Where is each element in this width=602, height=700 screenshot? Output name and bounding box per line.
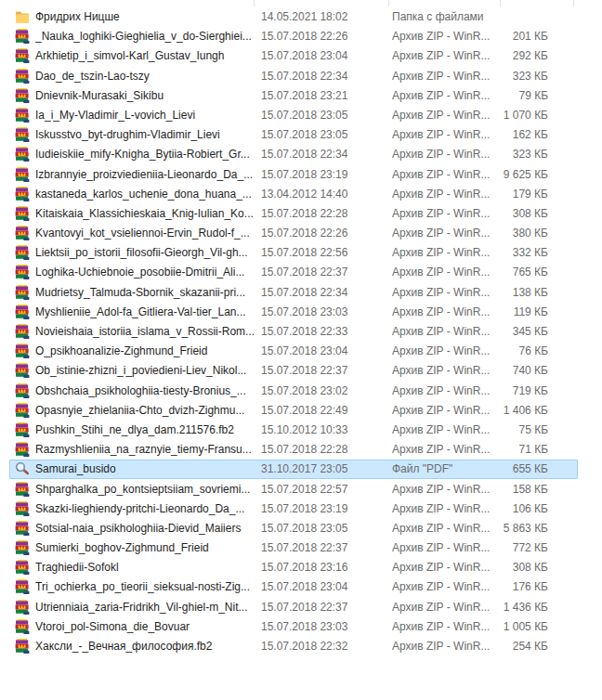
file-list: Фридрих Ницше14.05.2021 18:02Папка с фай…	[0, 7, 602, 656]
winrar-archive-icon	[15, 265, 30, 279]
file-name: Iskusstvo_byt-drughim-Vladimir_Lievi	[35, 125, 255, 145]
winrar-archive-icon	[15, 187, 30, 201]
file-row[interactable]: Pushkin_Stihi_ne_dlya_dam.211576.fb215.1…	[0, 421, 602, 440]
file-size: 655 КБ	[437, 460, 548, 479]
file-row[interactable]: O_psikhoanalizie-Zighmund_Frieid15.07.20…	[0, 342, 602, 361]
file-row[interactable]: Iudieiskiie_mify-Knigha_Bytiia-Robiert_G…	[0, 145, 602, 164]
file-date-modified: 15.07.2018 23:04	[261, 577, 389, 597]
file-name: Razmyshlieniia_na_raznyie_tiemy-Fransu..…	[35, 440, 255, 460]
winrar-archive-icon	[15, 579, 30, 594]
file-row[interactable]: Vtoroi_pol-Simona_die_Bovuar15.07.2018 2…	[0, 617, 602, 637]
winrar-archive-icon	[15, 363, 30, 378]
file-row[interactable]: Utrienniaia_zaria-Fridrikh_Vil-ghiel-m_N…	[0, 598, 602, 617]
file-name: Utrienniaia_zaria-Fridrikh_Vil-ghiel-m_N…	[35, 598, 255, 617]
file-size: 380 КБ	[437, 224, 548, 243]
file-size: 76 КБ	[437, 342, 548, 361]
file-row[interactable]: Obshchaia_psikhologhiia-tiesty-Bronius_.…	[0, 382, 602, 401]
file-date-modified: 15.07.2018 22:26	[261, 224, 389, 243]
file-row[interactable]: Skazki-lieghiendy-pritchi-Lieonardo_Da_.…	[0, 499, 602, 519]
file-date-modified: 14.05.2021 18:02	[261, 7, 389, 27]
file-size: 9 625 КБ	[437, 165, 548, 185]
file-row[interactable]: Kitaiskaia_Klassichieskaia_Knig-Iulian_K…	[0, 204, 602, 224]
file-date-modified: 15.07.2018 23:21	[261, 86, 389, 106]
file-date-modified: 15.10.2012 10:33	[261, 421, 389, 440]
winrar-archive-icon	[15, 600, 30, 615]
file-row[interactable]: Tri_ochierka_po_tieorii_sieksual-nosti-Z…	[0, 577, 602, 597]
file-name: Samurai_busido	[35, 460, 255, 479]
file-date-modified: 15.07.2018 22:57	[261, 480, 389, 499]
file-date-modified: 15.07.2018 22:32	[261, 637, 389, 656]
winrar-archive-icon	[15, 305, 30, 319]
file-name: Skazki-lieghiendy-pritchi-Lieonardo_Da_.…	[35, 499, 255, 519]
file-row[interactable]: Dnievnik-Murasaki_Sikibu15.07.2018 23:21…	[0, 86, 602, 106]
folder-icon	[15, 9, 30, 24]
file-row[interactable]: Sumierki_boghov-Zighmund_Frieid15.07.201…	[0, 538, 602, 558]
file-row[interactable]: Фридрих Ницше14.05.2021 18:02Папка с фай…	[0, 7, 602, 27]
file-name: Dao_de_tszin-Lao-tszy	[35, 67, 255, 86]
file-row[interactable]: Loghika-Uchiebnoie_posobiie-Dmitrii_Ali.…	[0, 263, 602, 282]
winrar-archive-icon	[15, 324, 30, 339]
file-row[interactable]: kastaneda_karlos_uchenie_dona_huana_...1…	[0, 185, 602, 204]
file-size: 1 436 КБ	[437, 598, 548, 617]
file-date-modified: 15.07.2018 22:37	[261, 263, 389, 282]
file-size: 323 КБ	[437, 145, 548, 164]
file-name: Ia_i_My-Vladimir_L-vovich_Lievi	[35, 106, 255, 125]
file-date-modified: 15.07.2018 23:05	[261, 106, 389, 125]
winrar-archive-icon	[15, 226, 30, 240]
file-row[interactable]: Dao_de_tszin-Lao-tszy15.07.2018 22:34Арх…	[0, 67, 602, 86]
file-row[interactable]: Novieishaia_istoriia_islama_v_Rossii-Rom…	[0, 322, 602, 342]
file-row[interactable]: Iskusstvo_byt-drughim-Vladimir_Lievi15.0…	[0, 125, 602, 145]
file-row[interactable]: Liektsii_po_istorii_filosofii-Gieorgh_Vi…	[0, 243, 602, 263]
winrar-archive-icon	[15, 403, 30, 418]
file-date-modified: 15.07.2018 22:37	[261, 538, 389, 558]
file-name: Shparghalka_po_kontsieptsiiam_sovriemi..…	[35, 480, 255, 499]
file-name: kastaneda_karlos_uchenie_dona_huana_...	[35, 185, 255, 204]
file-row[interactable]: Myshlieniie_Adol-fa_Gitliera-Val-tier_La…	[0, 303, 602, 322]
file-size: 308 КБ	[437, 558, 548, 577]
winrar-archive-icon	[15, 69, 30, 84]
file-size: 138 КБ	[437, 283, 548, 303]
file-name: Novieishaia_istoriia_islama_v_Rossii-Rom…	[35, 322, 255, 342]
file-row[interactable]: Ob_istinie-zhizni_i_poviedieni-Liev_Niko…	[0, 361, 602, 381]
file-size: 71 КБ	[437, 440, 548, 460]
file-name: Tri_ochierka_po_tieorii_sieksual-nosti-Z…	[35, 577, 255, 597]
file-size: 176 КБ	[437, 577, 548, 597]
file-row[interactable]: _Nauka_loghiki-Gieghielia_v_do-Sierghiei…	[0, 27, 602, 46]
file-size: 158 КБ	[437, 480, 548, 499]
file-date-modified: 15.07.2018 22:37	[261, 598, 389, 617]
file-name: Sumierki_boghov-Zighmund_Frieid	[35, 538, 255, 558]
file-row[interactable]: Opasnyie_zhielaniia-Chto_dvizh-Zighmu...…	[0, 401, 602, 421]
file-date-modified: 15.07.2018 23:03	[261, 617, 389, 637]
file-row[interactable]: Kvantovyi_kot_vsieliennoi-Ervin_Rudol-f_…	[0, 224, 602, 243]
file-date-modified: 15.07.2018 23:19	[261, 165, 389, 185]
file-name: Ob_istinie-zhizni_i_poviedieni-Liev_Niko…	[35, 361, 255, 381]
file-row[interactable]: Izbrannyie_proizviedieniia-Lieonardo_Da_…	[0, 165, 602, 185]
file-row[interactable]: Хаксли_-_Вечная_философия.fb215.07.2018 …	[0, 637, 602, 656]
file-row[interactable]: Shparghalka_po_kontsieptsiiam_sovriemi..…	[0, 480, 602, 499]
file-size: 119 КБ	[437, 303, 548, 322]
column-separator	[573, 0, 574, 6]
winrar-archive-icon	[15, 344, 30, 358]
file-row[interactable]: Samurai_busido31.10.2017 23:05Файл "PDF"…	[0, 460, 602, 479]
file-row[interactable]: Arkhietip_i_simvol-Karl_Gustav_Iungh15.0…	[0, 46, 602, 66]
file-size: 254 КБ	[437, 637, 548, 656]
file-size: 1 005 КБ	[437, 617, 548, 637]
file-size: 308 КБ	[437, 204, 548, 224]
file-row[interactable]: Mudrietsy_Talmuda-Sbornik_skazanii-pri..…	[0, 283, 602, 303]
file-name: Mudrietsy_Talmuda-Sbornik_skazanii-pri..…	[35, 283, 255, 303]
file-date-modified: 15.07.2018 22:49	[261, 401, 389, 421]
file-name: Pushkin_Stihi_ne_dlya_dam.211576.fb2	[35, 421, 255, 440]
winrar-archive-icon	[15, 560, 30, 575]
file-row[interactable]: Ia_i_My-Vladimir_L-vovich_Lievi15.07.201…	[0, 106, 602, 125]
column-separator	[254, 0, 255, 6]
file-row[interactable]: Traghiedii-Sofokl15.07.2018 23:16Архив Z…	[0, 558, 602, 577]
file-row[interactable]: Sotsial-naia_psikhologhiia-Dievid_Maiier…	[0, 519, 602, 538]
file-name: Liektsii_po_istorii_filosofii-Gieorgh_Vi…	[35, 243, 255, 263]
file-row[interactable]: Razmyshlieniia_na_raznyie_tiemy-Fransu..…	[0, 440, 602, 460]
file-date-modified: 15.07.2018 22:33	[261, 322, 389, 342]
winrar-archive-icon	[15, 108, 30, 123]
file-date-modified: 15.07.2018 22:56	[261, 243, 389, 263]
file-date-modified: 15.07.2018 22:34	[261, 145, 389, 164]
winrar-archive-icon	[15, 48, 30, 63]
winrar-archive-icon	[15, 167, 30, 182]
